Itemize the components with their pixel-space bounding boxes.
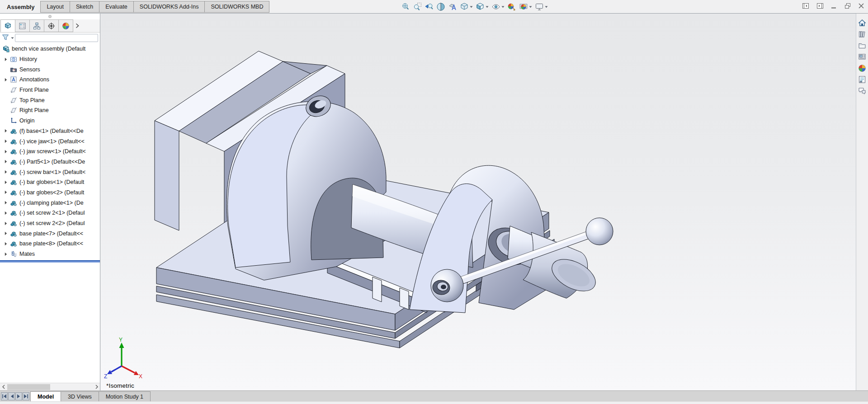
hscroll-thumb[interactable]	[7, 384, 50, 390]
zoom-area-button[interactable]	[411, 1, 423, 12]
taskpane-appearances-button[interactable]	[856, 62, 868, 74]
tree-item-bench-vice-assembly-default[interactable]: bench vice assembly (Default	[0, 44, 100, 54]
section-view-button[interactable]	[435, 1, 447, 12]
model-bar-globe-right[interactable]	[586, 218, 613, 245]
display-style-button[interactable]	[474, 1, 490, 12]
taskpane-forum-button[interactable]	[856, 85, 868, 96]
tree-item-mates[interactable]: Mates	[0, 249, 100, 259]
expander-arrow-icon[interactable]	[2, 252, 9, 256]
collapse-panel-right-button[interactable]	[816, 2, 824, 9]
edit-appearance-button[interactable]	[506, 1, 518, 12]
rollback-bar[interactable]	[0, 260, 100, 263]
tree-item-screw-bar-1-default[interactable]: (-) screw bar<1> (Default<	[0, 167, 100, 177]
motion-tab-3d-views[interactable]: 3D Views	[61, 391, 99, 401]
command-tab-solidworks-add-ins[interactable]: SOLIDWORKS Add-Ins	[133, 1, 205, 13]
hscroll-right-button[interactable]	[93, 383, 100, 390]
expander-arrow-icon[interactable]	[2, 201, 9, 205]
part-icon	[9, 179, 17, 186]
expander-arrow-icon[interactable]	[2, 150, 9, 154]
tree-item-set-screw-2-1-defaul[interactable]: (-) set screw 2<1> (Defaul	[0, 208, 100, 218]
command-tab-assembly[interactable]: Assembly	[0, 1, 41, 13]
tree-item-base-plate-8-default[interactable]: base plate<8> (Default<<	[0, 239, 100, 249]
tree-item-label: (-) jaw screw<1> (Default<	[19, 148, 86, 155]
tree-item-bar-globes-2-default[interactable]: (-) bar globes<2> (Default	[0, 188, 100, 198]
panel-splitter-grip[interactable]	[0, 14, 100, 19]
expander-arrow-icon[interactable]	[2, 139, 9, 143]
tree-item-label: (-) set screw 2<2> (Defaul	[19, 220, 85, 226]
tree-item-sensors[interactable]: Sensors	[0, 64, 100, 75]
command-tab-evaluate[interactable]: Evaluate	[99, 1, 134, 13]
expander-arrow-icon[interactable]	[2, 221, 9, 225]
previous-view-button[interactable]	[423, 1, 435, 12]
taskpane-home-button[interactable]	[856, 17, 868, 28]
taskpane-design-library-button[interactable]	[856, 28, 868, 40]
close-button[interactable]	[858, 3, 864, 9]
panel-tab-dimxpertmanager[interactable]	[44, 19, 59, 32]
motion-nav-first-button[interactable]	[1, 392, 8, 400]
tree-item-origin[interactable]: Origin	[0, 116, 100, 126]
motion-nav-prev-button[interactable]	[8, 392, 15, 400]
tree-item-label: (-) Part5<1> (Default<<De	[19, 159, 85, 165]
minimize-button[interactable]	[831, 3, 837, 9]
expander-arrow-icon[interactable]	[2, 242, 9, 246]
tree-item-f-base-1-default-de[interactable]: (f) base<1> (Default<<De	[0, 126, 100, 136]
filter-caret-icon[interactable]	[11, 37, 14, 39]
expander-arrow-icon[interactable]	[2, 211, 9, 215]
dropdown-caret-icon[interactable]	[545, 6, 548, 8]
tree-item-part5-1-default-de[interactable]: (-) Part5<1> (Default<<De	[0, 157, 100, 167]
tree-item-set-screw-2-2-defaul[interactable]: (-) set screw 2<2> (Defaul	[0, 218, 100, 229]
panel-tab-displaymanager[interactable]	[58, 19, 73, 32]
tree-item-annotations[interactable]: Annotations	[0, 75, 100, 85]
panel-tabs-overflow-button[interactable]	[73, 19, 81, 32]
expander-arrow-icon[interactable]	[2, 129, 9, 133]
tree-item-vice-jaw-1-default[interactable]: (-) vice jaw<1> (Default<<	[0, 136, 100, 146]
taskpane-custom-properties-button[interactable]	[856, 74, 868, 85]
tree-filter-input[interactable]	[15, 34, 98, 42]
filter-funnel-icon[interactable]	[2, 34, 9, 42]
dropdown-caret-icon[interactable]	[486, 6, 489, 8]
command-tab-solidworks-mbd[interactable]: SOLIDWORKS MBD	[204, 1, 269, 13]
restore-button[interactable]	[844, 3, 851, 9]
expander-arrow-icon[interactable]	[2, 160, 9, 164]
motion-nav-last-button[interactable]	[23, 392, 29, 400]
hide-show-items-button[interactable]	[490, 1, 506, 12]
command-tab-sketch[interactable]: Sketch	[70, 1, 99, 13]
expander-arrow-icon[interactable]	[2, 231, 9, 235]
expander-arrow-icon[interactable]	[2, 57, 9, 61]
view-settings-button[interactable]	[533, 1, 549, 12]
zoom-fit-button[interactable]	[400, 1, 411, 12]
panel-hscrollbar[interactable]	[0, 383, 100, 390]
tree-item-history[interactable]: History	[0, 54, 100, 65]
expander-arrow-icon[interactable]	[2, 170, 9, 174]
tree-item-jaw-screw-1-default[interactable]: (-) jaw screw<1> (Default<	[0, 146, 100, 157]
model-bar-globe-left[interactable]	[431, 269, 463, 302]
apply-scene-button[interactable]	[518, 1, 533, 12]
taskpane-view-palette-button[interactable]	[856, 51, 868, 62]
hscroll-left-button[interactable]	[0, 383, 7, 390]
motion-tab-motion-study-1[interactable]: Motion Study 1	[99, 391, 151, 401]
collapse-panel-left-button[interactable]	[802, 2, 809, 9]
view-orientation-button[interactable]	[458, 1, 474, 12]
motion-nav-next-button[interactable]	[15, 392, 22, 400]
taskpane-file-explorer-button[interactable]	[856, 40, 868, 51]
triad-z-label: Z	[104, 373, 107, 379]
panel-tab-featuremanager[interactable]	[0, 19, 15, 32]
tree-item-top-plane[interactable]: Top Plane	[0, 95, 100, 105]
expander-arrow-icon[interactable]	[2, 78, 9, 82]
hide-show-annotations-button[interactable]	[447, 1, 458, 12]
tree-item-right-plane[interactable]: Right Plane	[0, 105, 100, 116]
tree-item-bar-globes-1-default[interactable]: (-) bar globes<1> (Default	[0, 177, 100, 188]
command-tab-layout[interactable]: Layout	[40, 1, 70, 13]
panel-tab-configurationmanager[interactable]	[29, 19, 44, 32]
motion-tab-model[interactable]: Model	[30, 391, 61, 401]
tree-item-clamping-plate-1-de[interactable]: (-) clamping plate<1> (De	[0, 197, 100, 208]
dropdown-caret-icon[interactable]	[501, 6, 505, 8]
dropdown-caret-icon[interactable]	[529, 6, 532, 8]
tree-item-base-plate-7-default[interactable]: base plate<7> (Default<<	[0, 228, 100, 239]
graphics-viewport[interactable]: Y X Z *Isometric	[101, 14, 856, 390]
expander-arrow-icon[interactable]	[2, 180, 9, 184]
dropdown-caret-icon[interactable]	[470, 6, 473, 8]
panel-tab-propertymanager[interactable]	[15, 19, 30, 32]
tree-item-front-plane[interactable]: Front Plane	[0, 85, 100, 95]
expander-arrow-icon[interactable]	[2, 190, 9, 194]
